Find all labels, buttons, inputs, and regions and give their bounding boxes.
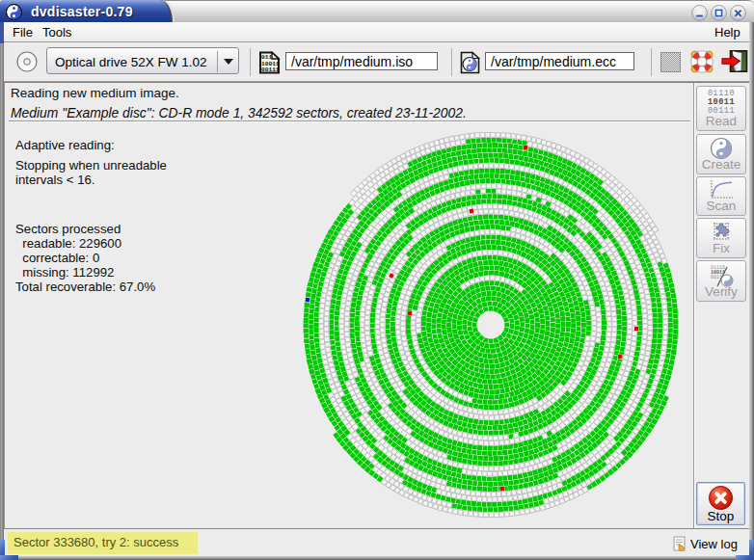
svg-text:00111: 00111 — [261, 67, 280, 73]
